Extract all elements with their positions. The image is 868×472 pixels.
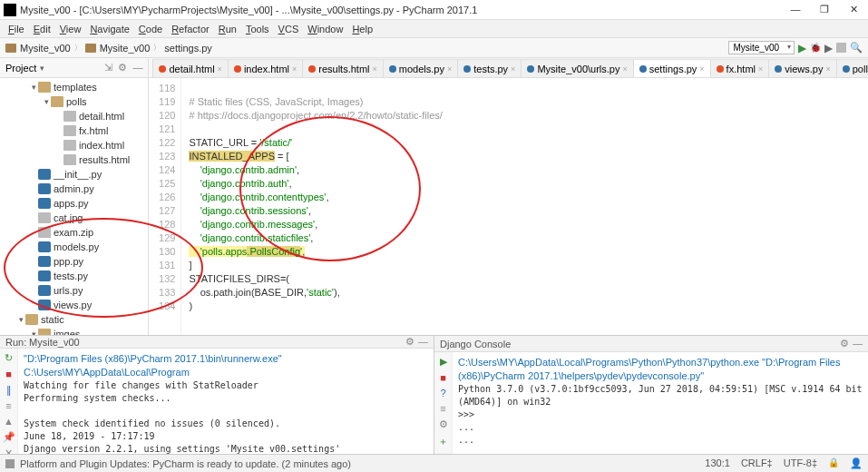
menu-refactor[interactable]: Refactor	[167, 24, 214, 34]
close-tab-icon[interactable]: ×	[447, 64, 452, 74]
tree-item[interactable]: models.py	[0, 240, 148, 254]
run-button[interactable]: ▶	[440, 356, 447, 368]
tree-item[interactable]: cat.jpg	[0, 211, 148, 225]
menu-tools[interactable]: Tools	[241, 24, 274, 34]
editor-tab[interactable]: Mysite_v00\urls.py×	[521, 59, 633, 77]
close-button[interactable]: ✕	[843, 4, 864, 15]
folder-icon	[5, 44, 16, 53]
run-button[interactable]: ▶	[798, 42, 806, 54]
hide-icon[interactable]: —	[132, 62, 142, 74]
debug-button[interactable]: 🐞	[810, 43, 821, 53]
breadcrumb-root[interactable]: Mysite_v00	[20, 43, 71, 54]
editor-tab[interactable]: views.py×	[768, 59, 836, 77]
editor-area: detail.html×index.html×results.html×mode…	[149, 58, 868, 335]
rerun-button[interactable]: ↻	[5, 352, 13, 364]
console-title: Django Console	[440, 339, 511, 349]
editor-tab[interactable]: index.html×	[228, 59, 303, 77]
status-icon[interactable]	[5, 459, 15, 468]
close-tab-icon[interactable]: ×	[622, 64, 627, 74]
close-tab-icon[interactable]: ×	[292, 64, 297, 74]
tree-item[interactable]: admin.py	[0, 182, 148, 196]
dump-button[interactable]: ≡	[5, 400, 11, 411]
menu-help[interactable]: Help	[347, 24, 377, 34]
editor-tab[interactable]: tests.py×	[457, 59, 522, 77]
menu-window[interactable]: Window	[303, 24, 347, 34]
editor-tab[interactable]: detail.html×	[152, 59, 228, 77]
run-tool-window: Run: Mysite_v00 ⚙— ↻ ■ ‖ ≡ ▲ 📌 ✕ "D:\Pro…	[0, 336, 434, 470]
history-button[interactable]: ≡	[440, 403, 445, 414]
tree-item[interactable]: urls.py	[0, 283, 148, 298]
menu-edit[interactable]: Edit	[29, 24, 55, 34]
close-tab-icon[interactable]: ×	[511, 64, 515, 74]
code-text[interactable]: # Static files (CSS, JavaScript, Images)…	[181, 78, 868, 335]
breadcrumb-folder[interactable]: Mysite_v00	[100, 43, 151, 54]
project-tree[interactable]: ▾templates▾pollsdetail.htmlfx.htmlindex.…	[0, 78, 148, 335]
close-tab-icon[interactable]: ×	[218, 64, 222, 74]
run-with-coverage-button[interactable]: ▶	[824, 42, 833, 54]
tree-item[interactable]: ppp.py	[0, 254, 148, 269]
close-tab-icon[interactable]: ×	[699, 64, 704, 74]
menu-view[interactable]: View	[55, 24, 86, 34]
up-button[interactable]: ▲	[4, 416, 14, 427]
collapse-icon[interactable]: ⇲	[104, 62, 112, 74]
new-button[interactable]: ＋	[438, 435, 448, 448]
console-output[interactable]: C:\Users\MY\AppData\Local\Programs\Pytho…	[453, 352, 868, 470]
hide-icon[interactable]: —	[853, 338, 863, 349]
tree-item[interactable]: apps.py	[0, 196, 148, 211]
menu-file[interactable]: File	[4, 24, 29, 34]
stop-button[interactable]: ■	[5, 369, 12, 379]
close-tab-icon[interactable]: ×	[373, 64, 377, 74]
search-icon[interactable]: 🔍	[850, 42, 863, 54]
tree-item[interactable]: exam.zip	[0, 225, 148, 240]
tree-item[interactable]: index.html	[0, 138, 148, 152]
stop-button[interactable]: ■	[440, 372, 446, 383]
breadcrumb-file[interactable]: settings.py	[164, 43, 212, 54]
editor-tab[interactable]: models.py×	[383, 59, 458, 77]
file-encoding[interactable]: UTF-8‡	[784, 457, 817, 469]
editor-tab[interactable]: polls\urls.py×	[836, 59, 868, 77]
editor-tab[interactable]: fx.html×	[710, 59, 770, 77]
tree-item[interactable]: detail.html	[0, 109, 148, 123]
close-tab-icon[interactable]: ×	[758, 64, 763, 74]
tree-item[interactable]: results.html	[0, 152, 148, 167]
menu-vcs[interactable]: VCS	[274, 24, 304, 34]
help-button[interactable]: ?	[440, 388, 445, 398]
tree-item[interactable]: ▾static	[0, 312, 148, 327]
run-config-selector[interactable]: Mysite_v00	[728, 41, 795, 54]
lock-icon[interactable]: 🔒	[828, 457, 839, 469]
project-header: Project	[5, 63, 36, 74]
stop-button[interactable]	[836, 43, 846, 53]
tree-item[interactable]: ▾polls	[0, 94, 148, 109]
tree-item[interactable]: views.py	[0, 298, 148, 312]
tree-item[interactable]: tests.py	[0, 269, 148, 283]
settings-icon[interactable]: ⚙	[118, 62, 127, 74]
menu-run[interactable]: Run	[214, 24, 241, 34]
editor-tab[interactable]: settings.py×	[633, 59, 711, 77]
maximize-button[interactable]: ❐	[814, 4, 835, 15]
code-editor[interactable]: 118 119 120 121 122 123 124 125 126 127 …	[149, 78, 868, 335]
close-tab-icon[interactable]: ×	[825, 64, 830, 74]
navigation-bar: Mysite_v00 〉 Mysite_v00 〉 settings.py My…	[0, 38, 868, 58]
tree-item[interactable]: ▾templates	[0, 80, 148, 94]
settings-icon[interactable]: ⚙	[405, 336, 414, 348]
hide-icon[interactable]: —	[418, 336, 428, 348]
menu-code[interactable]: Code	[134, 24, 167, 34]
menu-bar: FileEditViewNavigateCodeRefactorRunTools…	[0, 20, 868, 38]
app-icon	[4, 4, 16, 16]
caret-position[interactable]: 130:1	[705, 457, 730, 469]
tree-item[interactable]: ▾imges	[0, 327, 148, 335]
tree-item[interactable]: fx.html	[0, 123, 148, 138]
settings-icon[interactable]: ⚙	[840, 338, 849, 349]
minimize-button[interactable]: —	[785, 4, 806, 15]
chevron-right-icon: 〉	[74, 43, 82, 53]
editor-tab[interactable]: results.html×	[302, 59, 384, 77]
folder-icon	[85, 44, 96, 53]
menu-navigate[interactable]: Navigate	[85, 24, 133, 34]
line-separator[interactable]: CRLF‡	[741, 457, 773, 469]
settings-button[interactable]: ⚙	[439, 418, 448, 430]
inspector-icon[interactable]: 👤	[850, 457, 863, 469]
pause-button[interactable]: ‖	[6, 384, 12, 396]
run-config-name: Mysite_v00	[29, 337, 80, 348]
tree-item[interactable]: __init__.py	[0, 167, 148, 182]
pin-button[interactable]: 📌	[3, 431, 15, 443]
